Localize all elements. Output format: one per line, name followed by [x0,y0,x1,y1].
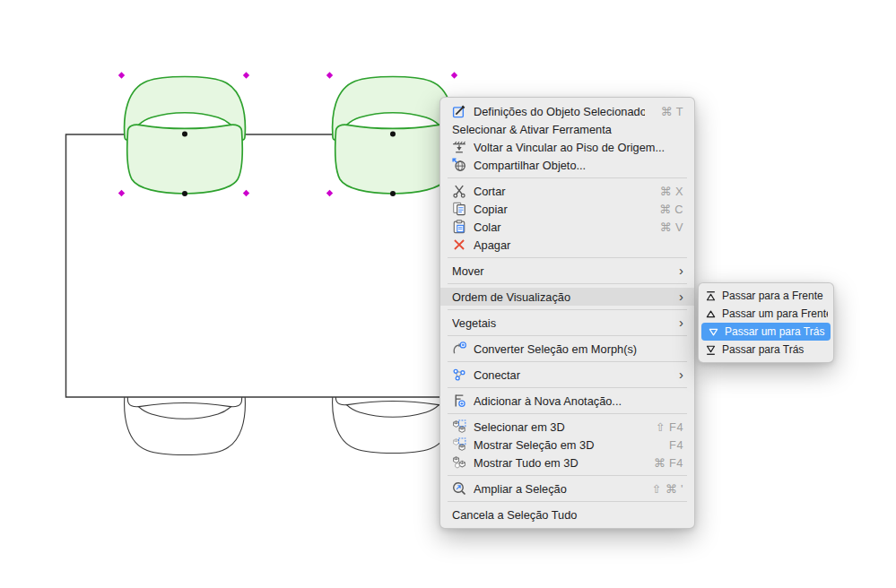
menu-item-vegetais[interactable]: Vegetais› [440,314,694,332]
menu-item-colar[interactable]: Colar⌘ V [440,218,694,236]
menu-item-label: Apagar [474,238,683,252]
menu-item-label: Colar [474,220,644,234]
chevron-right-icon: › [679,316,683,329]
menu-item-label: Conectar [474,368,663,382]
chevron-right-icon: › [679,368,683,381]
menu-separator [448,413,687,414]
menu-item-adicionar-a-nova-anotacao[interactable]: Adicionar à Nova Anotação... [440,392,694,410]
menu-item-mostrar-tudo-em-3d[interactable]: Mostrar Tudo em 3D⌘ F4 [440,454,694,471]
selection-handle[interactable] [451,72,457,78]
menu-separator [448,309,687,310]
menu-shortcut: ⌘ C [659,203,683,216]
menu-item-label: Mostrar Seleção em 3D [474,438,653,452]
menu-item-label: Passar para a Frente [722,290,828,302]
context-menu: Definições do Objeto Selecionado⌘ TSelec… [439,97,695,529]
menu-shortcut: ⇧ F4 [656,420,683,434]
menu-separator [448,501,687,502]
delete-icon [452,238,466,252]
menu-item-label: Mostrar Tudo em 3D [474,456,638,470]
chevron-right-icon: › [679,264,683,277]
menu-item-passar-um-para-frente[interactable]: Passar um para Frente [699,305,833,323]
menu-item-label: Selecionar & Ativar Ferramenta [452,123,683,136]
menu-separator [448,283,687,284]
menu-separator [448,361,687,362]
menu-separator [448,177,687,178]
home-story-icon [452,140,466,154]
menu-separator [448,475,687,476]
menu-item-definicoes-do-objeto-selecionado[interactable]: Definições do Objeto Selecionado⌘ T [440,102,694,120]
cubes-select-icon [452,419,466,434]
menu-shortcut: ⌘ F4 [654,456,683,470]
menu-separator [448,257,687,258]
send-backward-icon [708,326,719,338]
hotspot-dot[interactable] [390,132,396,137]
morph-icon [452,342,466,356]
menu-item-label: Copiar [474,203,643,216]
order-submenu: Passar para a FrentePassar um para Frent… [698,282,834,363]
selection-handle[interactable] [326,72,333,78]
menu-item-label: Ordem de Visualização [452,290,663,304]
hotspot-dot[interactable] [182,132,187,137]
menu-item-apagar[interactable]: Apagar [440,236,694,254]
menu-item-label: Compartilhar Objeto... [474,159,683,172]
menu-item-converter-selecao-em-morph-s[interactable]: Converter Seleção em Morph(s) [440,340,694,358]
application-window: Definições do Objeto Selecionado⌘ TSelec… [0,0,896,588]
menu-item-label: Converter Seleção em Morph(s) [474,342,683,356]
menu-item-selecionar-em-3d[interactable]: Selecionar em 3D⇧ F4 [440,418,694,436]
chevron-right-icon: › [679,290,683,303]
menu-shortcut: ⇧ ⌘ ' [651,482,683,496]
menu-item-mostrar-selecao-em-3d[interactable]: Mostrar Seleção em 3DF4 [440,436,694,454]
menu-item-label: Passar um para Frente [722,307,828,320]
menu-item-selecionar-ativar-ferramenta[interactable]: Selecionar & Ativar Ferramenta [440,120,694,138]
hotspot-dot[interactable] [182,191,187,196]
menu-item-label: Vegetais [452,316,663,330]
object-settings-icon [452,104,466,118]
cubes-all-icon [452,455,466,470]
connect-icon [452,368,466,382]
menu-item-conectar[interactable]: Conectar› [440,366,694,384]
menu-item-label: Adicionar à Nova Anotação... [474,394,683,408]
menu-item-ordem-de-visualizacao[interactable]: Ordem de Visualização› [440,288,694,306]
menu-item-label: Ampliar a Seleção [474,482,635,496]
menu-shortcut: ⌘ T [661,105,683,118]
cut-icon [452,184,466,198]
menu-item-passar-para-tras[interactable]: Passar para Trás [699,341,833,359]
menu-item-cortar[interactable]: Cortar⌘ X [440,182,694,200]
annotation-icon [452,393,466,408]
menu-item-passar-para-a-frente[interactable]: Passar para a Frente [699,287,833,305]
menu-item-label: Passar para Trás [722,343,828,356]
menu-item-label: Cortar [474,185,644,198]
menu-separator [448,387,687,388]
menu-item-label: Cancela a Seleção Tudo [452,508,683,522]
menu-item-label: Passar um para Trás [725,325,825,338]
menu-shortcut: ⌘ V [660,220,683,234]
bring-forward-icon [705,308,717,320]
menu-item-label: Mover [452,264,663,278]
menu-shortcut: ⌘ X [660,185,683,198]
menu-shortcut: F4 [669,438,683,452]
menu-item-mover[interactable]: Mover› [440,262,694,280]
selection-handle[interactable] [243,72,249,78]
paste-icon [452,220,466,234]
cubes-show-icon [452,437,466,452]
menu-item-ampliar-a-selecao[interactable]: Ampliar a Seleção⇧ ⌘ ' [440,480,694,497]
menu-item-label: Selecionar em 3D [474,420,639,434]
copy-icon [452,202,466,216]
share-object-icon [452,158,466,172]
menu-item-label: Definições do Objeto Selecionado [474,105,645,118]
menu-item-cancela-a-selecao-tudo[interactable]: Cancela a Seleção Tudo [440,506,694,523]
menu-item-label: Voltar a Vincular ao Piso de Origem... [474,141,683,154]
bring-to-front-icon [705,290,717,302]
menu-item-passar-um-para-tras[interactable]: Passar um para Trás [701,323,831,341]
zoom-selection-icon [452,481,466,496]
hotspot-dot[interactable] [390,191,396,196]
menu-item-copiar[interactable]: Copiar⌘ C [440,200,694,218]
menu-item-compartilhar-objeto[interactable]: Compartilhar Objeto... [440,156,694,174]
menu-separator [448,335,687,336]
menu-item-voltar-a-vincular-ao-piso-de-origem[interactable]: Voltar a Vincular ao Piso de Origem... [440,138,694,156]
send-to-back-icon [705,344,717,356]
selection-handle[interactable] [118,72,125,78]
